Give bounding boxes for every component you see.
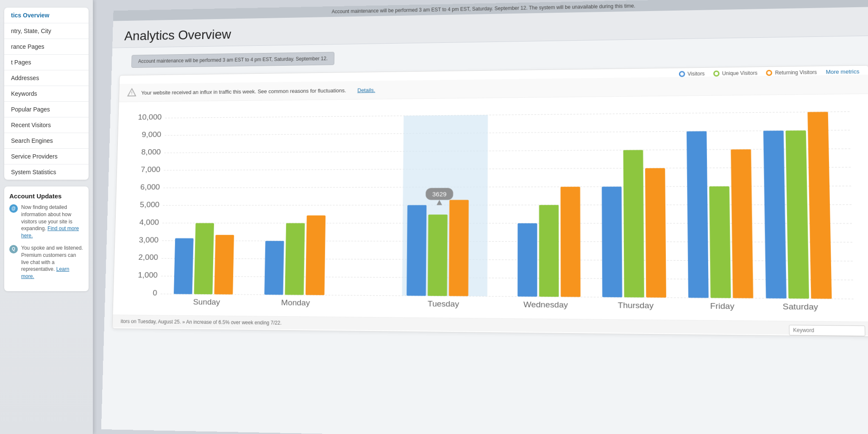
- sidebar-item-recent-visitors[interactable]: Recent Visitors: [4, 117, 89, 133]
- update-item-1: @ Now finding detailed information about…: [9, 204, 83, 239]
- svg-text:Friday: Friday: [710, 301, 734, 311]
- svg-text:Tuesday: Tuesday: [428, 299, 459, 309]
- svg-text:5,000: 5,000: [140, 200, 160, 209]
- svg-rect-33: [449, 200, 469, 296]
- sidebar-item-keywords[interactable]: Keywords: [4, 86, 89, 102]
- sidebar-item-label: tics Overview: [11, 12, 49, 19]
- chat-icon: Q: [9, 245, 18, 253]
- bar-chart: .grid-line { stroke: #ddd; stroke-width:…: [121, 103, 865, 317]
- svg-rect-28: [264, 241, 284, 295]
- svg-rect-40: [602, 186, 622, 297]
- sidebar-item-addresses[interactable]: Addresses: [4, 70, 89, 86]
- sidebar-item-search-engines[interactable]: Search Engines: [4, 133, 89, 149]
- chart-section: Visitors Unique Visitors Returning Visit…: [112, 65, 868, 337]
- update-item-2: Q You spoke and we listened. Premium cus…: [9, 245, 83, 280]
- svg-text:2,000: 2,000: [139, 253, 159, 262]
- sidebar-item-label: ntry, State, City: [11, 28, 51, 34]
- main-inner: Account maintenance will be performed 3 …: [101, 0, 868, 434]
- svg-rect-32: [428, 214, 448, 296]
- svg-text:8,000: 8,000: [141, 147, 161, 156]
- sidebar-item-label: Addresses: [11, 75, 39, 81]
- sidebar-item-exit-pages[interactable]: t Pages: [4, 55, 89, 70]
- page-wrapper: tics Overview ntry, State, City rance Pa…: [0, 0, 868, 434]
- account-updates-panel: Account Updates @ Now finding detailed i…: [4, 186, 89, 291]
- sidebar-item-label: System Statistics: [11, 169, 56, 175]
- svg-text:Saturday: Saturday: [783, 302, 819, 311]
- svg-rect-29: [285, 223, 305, 295]
- svg-text:6,000: 6,000: [140, 183, 160, 191]
- svg-text:4,000: 4,000: [139, 218, 159, 226]
- svg-rect-25: [174, 238, 194, 294]
- update-text-2: You spoke and we listened. Premium custo…: [21, 245, 83, 280]
- svg-text:Sunday: Sunday: [193, 297, 220, 306]
- svg-text:Monday: Monday: [281, 298, 310, 307]
- sidebar-item-label: t Pages: [11, 59, 31, 66]
- sidebar-item-system-statistics[interactable]: System Statistics: [4, 164, 89, 180]
- svg-rect-37: [517, 223, 537, 297]
- svg-text:9,000: 9,000: [142, 130, 161, 139]
- chart-container: .grid-line { stroke: #ddd; stroke-width:…: [113, 94, 868, 322]
- svg-line-3: [165, 130, 851, 135]
- svg-marker-0: [128, 89, 136, 96]
- svg-text:3629: 3629: [432, 191, 447, 198]
- svg-line-2: [165, 111, 851, 118]
- sidebar-item-popular-pages[interactable]: Popular Pages: [4, 102, 89, 117]
- main-content: Account maintenance will be performed 3 …: [101, 0, 868, 434]
- details-link[interactable]: Details.: [357, 87, 375, 93]
- svg-text:10,000: 10,000: [138, 113, 161, 121]
- update-text-1: Now finding detailed information about h…: [21, 204, 83, 239]
- warning-icon: !: [127, 88, 137, 97]
- svg-text:Wednesday: Wednesday: [523, 300, 568, 309]
- sidebar-item-label: Recent Visitors: [11, 122, 51, 128]
- svg-text:1,000: 1,000: [138, 271, 158, 280]
- footer-text: itors on Tuesday, August 25. » An increa…: [121, 318, 282, 326]
- svg-rect-43: [687, 131, 709, 298]
- sidebar-item-label: Keywords: [11, 90, 37, 97]
- sidebar-nav: tics Overview ntry, State, City rance Pa…: [4, 8, 89, 180]
- sidebar-item-entrance-pages[interactable]: rance Pages: [4, 39, 89, 55]
- at-icon: @: [9, 204, 18, 213]
- sidebar-item-label: Search Engines: [11, 137, 53, 144]
- sidebar-item-label: Popular Pages: [11, 106, 50, 113]
- svg-rect-39: [560, 187, 580, 297]
- svg-text:3,000: 3,000: [139, 235, 159, 244]
- sidebar-item-label: rance Pages: [11, 43, 45, 50]
- account-updates-title: Account Updates: [9, 192, 83, 200]
- svg-text:0: 0: [153, 289, 157, 297]
- sidebar: tics Overview ntry, State, City rance Pa…: [0, 0, 93, 434]
- svg-rect-38: [539, 205, 559, 297]
- sidebar-item-service-providers[interactable]: Service Providers: [4, 149, 89, 164]
- svg-text:Thursday: Thursday: [618, 300, 654, 310]
- sidebar-item-country[interactable]: ntry, State, City: [4, 23, 89, 39]
- svg-rect-30: [306, 215, 326, 295]
- svg-text:!: !: [131, 91, 132, 96]
- sidebar-item-label: Service Providers: [11, 153, 58, 160]
- svg-rect-31: [406, 205, 426, 296]
- svg-text:7,000: 7,000: [141, 165, 160, 174]
- sidebar-item-analytics-overview[interactable]: tics Overview: [4, 8, 89, 23]
